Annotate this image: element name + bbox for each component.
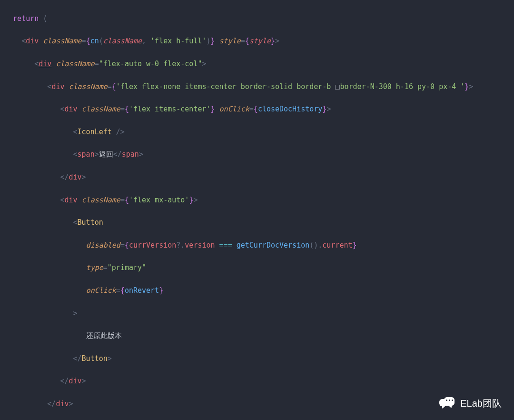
wechat-icon <box>439 397 455 410</box>
code-line[interactable]: <IconLeft /> <box>0 127 514 138</box>
code-line[interactable]: <div className="flex-auto w-0 flex-col"> <box>0 59 514 70</box>
code-line[interactable]: </Button> <box>0 353 514 365</box>
code-line[interactable]: 还原此版本 <box>0 330 514 342</box>
code-line[interactable]: </div> <box>0 399 514 410</box>
code-line[interactable]: <Button <box>0 217 514 229</box>
code-line[interactable]: </div> <box>0 172 514 183</box>
code-line[interactable]: onClick={onRevert} <box>0 285 514 297</box>
code-line[interactable]: <div className={'flex flex-none items-ce… <box>0 81 514 93</box>
code-line[interactable]: disabled={currVersion?.version === getCu… <box>0 240 514 251</box>
whitespace-marker-icon <box>335 85 340 90</box>
code-line[interactable]: </div> <box>0 376 514 387</box>
code-line[interactable]: <div className={cn(className, 'flex h-fu… <box>0 36 514 47</box>
code-line[interactable]: type="primary" <box>0 262 514 274</box>
code-line[interactable]: <span>返回</span> <box>0 149 514 160</box>
watermark-text: ELab团队 <box>460 398 502 410</box>
code-line[interactable]: > <box>0 308 514 320</box>
code-editor-view[interactable]: return ( <div className={cn(className, '… <box>0 0 514 420</box>
code-line[interactable]: return ( <box>0 13 514 25</box>
code-line[interactable]: <div className={'flex items-center'} onC… <box>0 104 514 115</box>
code-line[interactable]: <div className={'flex mx-auto'}> <box>0 195 514 206</box>
keyword-return: return <box>13 14 39 23</box>
watermark: ELab团队 <box>439 397 502 410</box>
